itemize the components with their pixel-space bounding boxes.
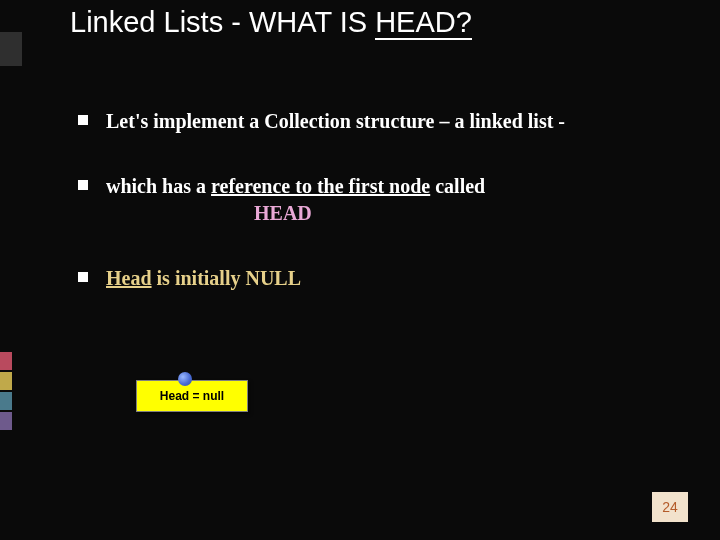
bullet-1-text: Let's implement a Collection structure –…	[106, 108, 678, 135]
color-tab-icon	[0, 392, 12, 410]
bullet-3-head: Head	[106, 267, 152, 289]
bullet-3-rest: is initially NULL	[152, 267, 301, 289]
title-prefix: Linked Lists - WHAT IS	[70, 6, 375, 38]
slide-title: Linked Lists - WHAT IS HEAD?	[70, 6, 670, 39]
bullet-2-suffix: called	[430, 175, 485, 197]
bullet-marker	[78, 180, 88, 190]
node-dot-icon	[178, 372, 192, 386]
bullet-3-text: Head is initially NULL	[106, 265, 678, 292]
title-head-word: HEAD?	[375, 6, 472, 40]
head-null-text: Head = null	[160, 389, 224, 403]
color-tab-icon	[0, 352, 12, 370]
bullet-marker	[78, 272, 88, 282]
bullet-2: which has a reference to the first node …	[78, 173, 678, 227]
page-number: 24	[652, 492, 688, 522]
bullet-2-text: which has a reference to the first node …	[106, 173, 678, 227]
left-tab	[0, 32, 22, 66]
bullet-list: Let's implement a Collection structure –…	[78, 108, 678, 330]
color-tab-icon	[0, 412, 12, 430]
bullet-2-prefix: which has a	[106, 175, 211, 197]
bullet-marker	[78, 115, 88, 125]
bullet-3: Head is initially NULL	[78, 265, 678, 292]
bullet-1: Let's implement a Collection structure –…	[78, 108, 678, 135]
color-tab-icon	[0, 372, 12, 390]
decorative-tabs	[0, 350, 16, 430]
page-number-value: 24	[662, 499, 678, 515]
slide: Linked Lists - WHAT IS HEAD? Let's imple…	[0, 0, 720, 540]
bullet-2-reference: reference to the first node	[211, 175, 430, 197]
head-null-box: Head = null	[136, 380, 248, 412]
head-label: HEAD	[254, 200, 678, 227]
